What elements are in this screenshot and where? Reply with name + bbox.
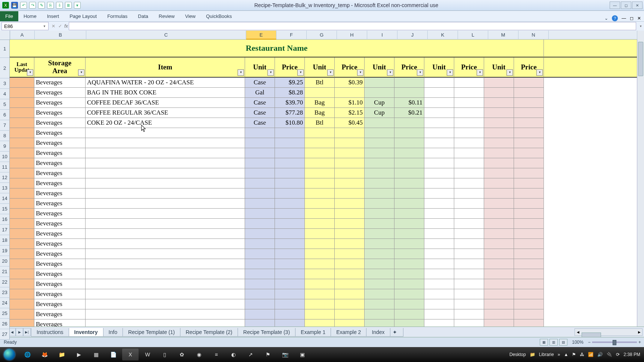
- cell[interactable]: [424, 168, 454, 178]
- zoom-slider[interactable]: [592, 341, 637, 343]
- cell[interactable]: [86, 309, 245, 319]
- cell[interactable]: [365, 229, 394, 239]
- sheet-nav-last-icon[interactable]: ▶|: [23, 328, 31, 336]
- cell[interactable]: Beverages: [34, 309, 86, 319]
- row-header-2[interactable]: 2: [0, 58, 10, 78]
- cell[interactable]: [10, 299, 34, 309]
- cell[interactable]: Beverages: [34, 199, 86, 209]
- filter-dropdown-icon[interactable]: ▾: [267, 69, 274, 76]
- cell[interactable]: Beverages: [34, 118, 86, 128]
- cell[interactable]: [275, 199, 305, 209]
- column-header-cell[interactable]: Unit▾: [245, 57, 275, 78]
- column-header-J[interactable]: J: [397, 31, 428, 40]
- row-header-27[interactable]: 27: [0, 329, 10, 340]
- tray-libraries-label[interactable]: Librarie: [539, 352, 554, 357]
- cell[interactable]: [424, 289, 454, 299]
- taskbar-excel-icon[interactable]: X: [122, 349, 139, 361]
- cell[interactable]: Case: [245, 118, 275, 128]
- cell[interactable]: [86, 188, 245, 199]
- cell[interactable]: [514, 219, 544, 229]
- cell[interactable]: [514, 108, 544, 118]
- taskbar-app-icon[interactable]: ▦: [88, 349, 104, 361]
- cell[interactable]: [365, 168, 394, 178]
- cell[interactable]: [245, 168, 275, 178]
- cell[interactable]: [454, 178, 484, 188]
- cell[interactable]: [305, 138, 335, 148]
- cell[interactable]: [394, 249, 424, 259]
- column-header-cell[interactable]: Price▾: [454, 57, 484, 78]
- cell[interactable]: [245, 188, 275, 199]
- column-header-B[interactable]: B: [35, 31, 86, 40]
- cell[interactable]: [305, 269, 335, 279]
- cell[interactable]: [394, 178, 424, 188]
- row-header-23[interactable]: 23: [0, 287, 10, 298]
- workbook-close-icon[interactable]: ✕: [637, 16, 641, 21]
- cell[interactable]: [484, 299, 514, 309]
- cell[interactable]: [514, 138, 544, 148]
- cell[interactable]: [394, 319, 424, 327]
- cell[interactable]: [484, 178, 514, 188]
- cell[interactable]: [424, 219, 454, 229]
- cell[interactable]: [86, 229, 245, 239]
- workbook-restore-icon[interactable]: ◻: [630, 16, 634, 21]
- row-header-24[interactable]: 24: [0, 298, 10, 308]
- cell[interactable]: [394, 269, 424, 279]
- qat-icon[interactable]: ✎: [38, 2, 45, 9]
- cell[interactable]: [305, 88, 335, 98]
- cell[interactable]: Gal: [245, 88, 275, 98]
- cell[interactable]: [335, 259, 365, 269]
- cell[interactable]: $0.11: [394, 98, 424, 108]
- row-header-26[interactable]: 26: [0, 319, 10, 329]
- cell[interactable]: [365, 289, 394, 299]
- cell[interactable]: [275, 249, 305, 259]
- cell[interactable]: [245, 229, 275, 239]
- taskbar-app-icon[interactable]: ↗: [242, 349, 259, 361]
- cell[interactable]: [365, 78, 394, 88]
- cell[interactable]: [394, 299, 424, 309]
- cell[interactable]: BAG IN THE BOX COKE: [86, 88, 245, 98]
- cell[interactable]: [10, 279, 34, 289]
- filter-dropdown-icon[interactable]: ▾: [357, 69, 363, 76]
- cell[interactable]: [335, 239, 365, 249]
- sheet-tab[interactable]: Info: [103, 328, 123, 337]
- cell[interactable]: [454, 279, 484, 289]
- tray-clock[interactable]: 2:38 PM: [623, 352, 640, 357]
- cell[interactable]: [245, 199, 275, 209]
- cell[interactable]: [454, 188, 484, 199]
- cell[interactable]: [484, 209, 514, 219]
- cell[interactable]: [394, 118, 424, 128]
- cell[interactable]: $2.15: [335, 108, 365, 118]
- cell[interactable]: [10, 158, 34, 168]
- cell[interactable]: [86, 158, 245, 168]
- cell[interactable]: [10, 249, 34, 259]
- cell[interactable]: [424, 78, 454, 88]
- cell[interactable]: [514, 299, 544, 309]
- cell[interactable]: [275, 128, 305, 138]
- cell[interactable]: [86, 128, 245, 138]
- column-header-cell[interactable]: Price▾: [275, 57, 305, 78]
- cell[interactable]: Beverages: [34, 299, 86, 309]
- cell[interactable]: $8.28: [275, 88, 305, 98]
- cell[interactable]: [484, 128, 514, 138]
- cell[interactable]: [275, 209, 305, 219]
- cell[interactable]: [424, 269, 454, 279]
- cell[interactable]: [424, 279, 454, 289]
- cell[interactable]: [335, 188, 365, 199]
- cell[interactable]: [454, 148, 484, 158]
- cell[interactable]: [305, 128, 335, 138]
- cell[interactable]: [484, 289, 514, 299]
- column-header-A[interactable]: A: [10, 31, 35, 40]
- cell[interactable]: [484, 88, 514, 98]
- column-header-M[interactable]: M: [488, 31, 518, 40]
- cell[interactable]: [245, 309, 275, 319]
- filter-dropdown-icon[interactable]: ▾: [417, 69, 423, 76]
- cell[interactable]: [335, 279, 365, 289]
- cell[interactable]: [10, 168, 34, 178]
- cell[interactable]: [514, 199, 544, 209]
- cancel-formula-icon[interactable]: ✕: [50, 24, 57, 29]
- column-header-K[interactable]: K: [428, 31, 458, 40]
- qat-icon[interactable]: ⇩: [56, 2, 63, 9]
- row-header-5[interactable]: 5: [0, 99, 10, 110]
- cell[interactable]: [454, 128, 484, 138]
- cell[interactable]: [424, 229, 454, 239]
